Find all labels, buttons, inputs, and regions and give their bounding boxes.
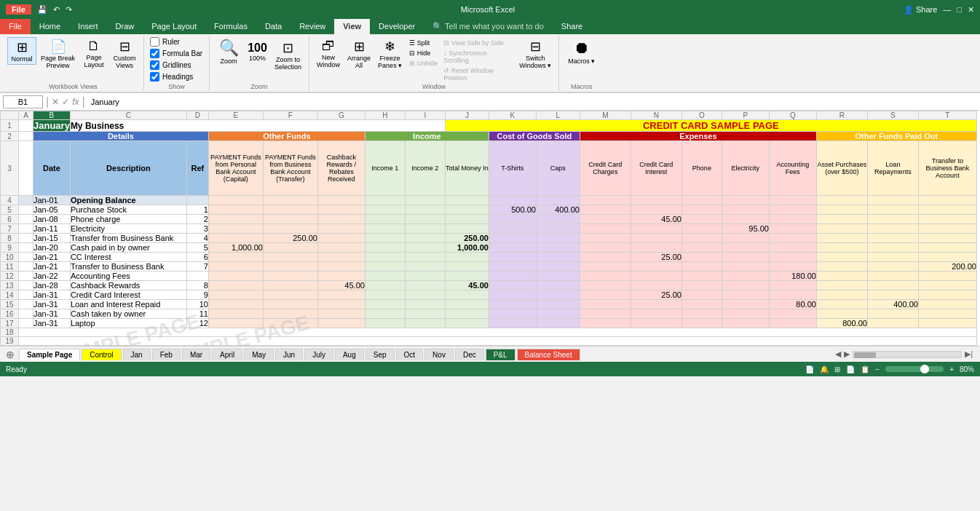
tab-home[interactable]: Home [31,19,69,34]
pay-business-subhdr[interactable]: PAYMENT Funds from Business Bank Account… [263,141,317,196]
file-menu-btn[interactable]: File [6,4,31,15]
tab-feb[interactable]: Feb [152,349,181,360]
cell-f8[interactable]: 250.00 [263,234,317,243]
page-layout-btn[interactable]: 🗋 PageLayout [79,37,108,70]
zoom-out-btn[interactable]: − [875,365,880,373]
tab-oct[interactable]: Oct [396,349,424,360]
tell-me[interactable]: 🔍 Tell me what you want to do [424,19,553,34]
cell-date-14[interactable]: Jan-31 [33,290,71,300]
sync-scroll-btn[interactable]: ↕ Synchronous Scrolling [442,49,515,65]
tab-balance-sheet[interactable]: Balance Sheet [517,349,580,360]
cell-s15[interactable]: 400.00 [867,300,918,309]
tab-pl[interactable]: P&L [486,349,515,360]
cell-a3[interactable] [19,141,33,196]
quick-redo[interactable]: ↷ [66,5,72,15]
page-break-btn[interactable]: 📄 Page BreakPreview [38,37,78,71]
cell-ref-11[interactable]: 7 [186,262,208,272]
cell-date-16[interactable]: Jan-31 [33,309,71,319]
col-L[interactable]: L [536,111,580,120]
tab-insert[interactable]: Insert [69,19,107,34]
zoom-selection-btn[interactable]: ⊡ Zoom toSelection [272,37,304,72]
loan-subhdr[interactable]: Loan Repayments [867,141,918,196]
income-header[interactable]: Income [365,132,489,141]
cell-j9[interactable]: 1,000.00 [445,243,489,253]
cell-desc-16[interactable]: Cash taken by owner [70,309,186,319]
ref-subhdr[interactable]: Ref [186,141,208,196]
tab-jun[interactable]: Jun [275,349,303,360]
transfer-subhdr[interactable]: Transfer to Business Bank Account [918,141,976,196]
cell-desc-15[interactable]: Loan and Interest Repaid [70,300,186,309]
tab-draw[interactable]: Draw [107,19,143,34]
cell-desc-10[interactable]: CC Interest [70,253,186,262]
zoom-btn[interactable]: 🔍 Zoom [214,37,243,66]
cell-ref-14[interactable]: 9 [186,290,208,300]
electricity-subhdr[interactable]: Electricity [722,141,769,196]
add-sheet-btn[interactable]: ⊕ [1,349,19,360]
cashback-subhdr[interactable]: Cashback Rewards / Rebates Received [317,141,365,196]
cell-g13[interactable]: 45.00 [317,281,365,290]
cell-date-15[interactable]: Jan-31 [33,300,71,309]
col-O[interactable]: O [681,111,722,120]
cell-credit-card-title[interactable]: CREDIT CARD SAMPLE PAGE [445,120,976,132]
zoom-in-btn[interactable]: + [949,365,954,373]
cell-ref-13[interactable]: 8 [186,281,208,290]
col-P[interactable]: P [722,111,769,120]
date-subhdr[interactable]: Date [33,141,71,196]
cell-n10[interactable]: 25.00 [631,253,681,262]
cell-date-4[interactable]: Jan-01 [33,196,71,205]
formula-input[interactable] [88,95,977,108]
cell-ref-9[interactable]: 5 [186,243,208,253]
cell-ref-12[interactable] [186,272,208,281]
col-E[interactable]: E [208,111,263,120]
cell-ref-10[interactable]: 6 [186,253,208,262]
zoom-slider[interactable] [885,366,944,372]
cell-date-8[interactable]: Jan-15 [33,234,71,243]
cell-t11[interactable]: 200.00 [918,262,976,272]
accounting-subhdr[interactable]: Accounting Fees [769,141,816,196]
phone-subhdr[interactable]: Phone [681,141,722,196]
cell-ref-7[interactable]: 3 [186,224,208,234]
custom-views-btn[interactable]: ⊟ CustomViews [110,37,139,71]
normal-btn[interactable]: ⊞ Normal [7,37,36,65]
cell-desc-7[interactable]: Electricity [70,224,186,234]
cell-b1[interactable]: January [33,120,71,132]
cell-t4[interactable] [918,196,976,205]
tab-july[interactable]: July [304,349,333,360]
cell-s4[interactable] [867,196,918,205]
headings-checkbox[interactable]: Headings [150,72,203,82]
cell-q12[interactable]: 180.00 [769,272,816,281]
cell-reference-box[interactable] [3,95,43,108]
cell-l4[interactable] [536,196,580,205]
tab-review[interactable]: Review [291,19,334,34]
scroll-end-btn[interactable]: ▶| [965,349,973,359]
view-side-by-side-btn[interactable]: ⊟ View Side by Side [442,39,515,47]
tab-nov[interactable]: Nov [424,349,454,360]
cogs-header[interactable]: Cost of Goods Sold [489,132,580,141]
tab-mar[interactable]: Mar [182,349,210,360]
expenses-header[interactable]: Expenses [580,132,816,141]
tab-formulas[interactable]: Formulas [205,19,256,34]
cell-q15[interactable]: 80.00 [769,300,816,309]
cell-n6[interactable]: 45.00 [631,215,681,224]
cc-charges-subhdr[interactable]: Credit Card Charges [580,141,631,196]
cell-desc-9[interactable]: Cash paid in by owner [70,243,186,253]
desc-subhdr[interactable]: Description [70,141,186,196]
ruler-checkbox[interactable]: Ruler [150,37,203,47]
col-A[interactable]: A [19,111,33,120]
cell-desc-8[interactable]: Transfer from Business Bank [70,234,186,243]
tab-may[interactable]: May [244,349,274,360]
cell-p7[interactable]: 95.00 [722,224,769,234]
horizontal-scrollbar[interactable] [853,351,962,358]
col-I[interactable]: I [405,111,445,120]
freeze-panes-btn[interactable]: ❄ FreezePanes ▾ [375,37,405,71]
col-T[interactable]: T [918,111,976,120]
cell-desc-6[interactable]: Phone charge [70,215,186,224]
cell-desc-13[interactable]: Cashback Rewards [70,281,186,290]
col-R[interactable]: R [816,111,867,120]
cell-q4[interactable] [769,196,816,205]
cell-ref-5[interactable]: 1 [186,205,208,215]
quick-save[interactable]: 💾 [37,5,47,15]
cell-desc-14[interactable]: Credit Card Interest [70,290,186,300]
new-window-btn[interactable]: 🗗 NewWindow [314,37,343,70]
share-btn[interactable]: 👤 Share [904,5,937,15]
